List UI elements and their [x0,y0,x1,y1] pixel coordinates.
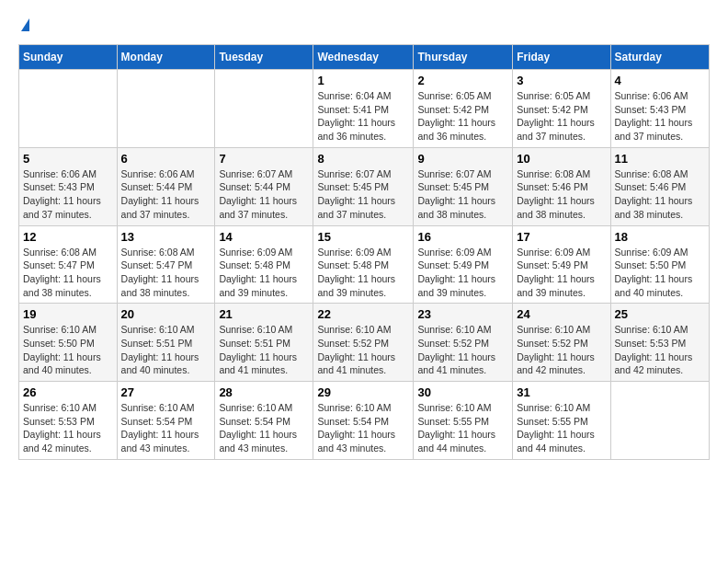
day-number: 27 [121,385,211,399]
calendar-cell: 2Sunrise: 6:05 AM Sunset: 5:42 PM Daylig… [414,70,513,148]
calendar-week-row: 5Sunrise: 6:06 AM Sunset: 5:43 PM Daylig… [19,147,710,225]
day-number: 5 [23,152,113,166]
day-number: 1 [317,74,409,87]
calendar-cell: 11Sunrise: 6:08 AM Sunset: 5:46 PM Dayli… [610,147,709,225]
calendar-cell [117,70,215,148]
day-info: Sunrise: 6:08 AM Sunset: 5:46 PM Dayligh… [517,167,606,222]
calendar-cell: 4Sunrise: 6:06 AM Sunset: 5:43 PM Daylig… [610,70,709,148]
day-info: Sunrise: 6:08 AM Sunset: 5:46 PM Dayligh… [615,167,705,222]
calendar-cell: 21Sunrise: 6:10 AM Sunset: 5:51 PM Dayli… [215,304,313,382]
calendar-cell: 9Sunrise: 6:07 AM Sunset: 5:45 PM Daylig… [414,147,513,225]
calendar-cell: 14Sunrise: 6:09 AM Sunset: 5:48 PM Dayli… [215,225,313,304]
day-info: Sunrise: 6:10 AM Sunset: 5:54 PM Dayligh… [219,401,309,455]
day-info: Sunrise: 6:07 AM Sunset: 5:45 PM Dayligh… [417,167,508,222]
day-number: 14 [219,230,309,244]
day-number: 16 [417,230,508,244]
day-info: Sunrise: 6:06 AM Sunset: 5:43 PM Dayligh… [23,167,113,222]
header-saturday: Saturday [610,45,709,70]
calendar-cell: 29Sunrise: 6:10 AM Sunset: 5:54 PM Dayli… [313,382,414,460]
calendar-cell: 17Sunrise: 6:09 AM Sunset: 5:49 PM Dayli… [513,225,610,304]
day-number: 22 [317,307,409,321]
logo [18,18,29,29]
calendar-cell: 26Sunrise: 6:10 AM Sunset: 5:53 PM Dayli… [19,382,118,460]
day-info: Sunrise: 6:08 AM Sunset: 5:47 PM Dayligh… [121,246,211,300]
calendar-cell: 22Sunrise: 6:10 AM Sunset: 5:52 PM Dayli… [313,304,414,382]
day-number: 29 [317,385,409,399]
day-number: 25 [615,307,705,321]
page-header [18,18,710,29]
calendar-cell: 13Sunrise: 6:08 AM Sunset: 5:47 PM Dayli… [117,225,215,304]
day-number: 23 [417,307,508,321]
day-number: 18 [615,230,705,244]
day-number: 4 [615,74,705,87]
day-info: Sunrise: 6:10 AM Sunset: 5:52 PM Dayligh… [317,323,409,377]
calendar-cell: 7Sunrise: 6:07 AM Sunset: 5:44 PM Daylig… [215,147,313,225]
day-number: 3 [517,74,606,87]
day-number: 6 [121,152,211,166]
header-monday: Monday [117,45,215,70]
day-info: Sunrise: 6:06 AM Sunset: 5:43 PM Dayligh… [615,89,705,144]
day-info: Sunrise: 6:06 AM Sunset: 5:44 PM Dayligh… [121,167,211,222]
calendar-cell: 12Sunrise: 6:08 AM Sunset: 5:47 PM Dayli… [19,225,118,304]
calendar-cell: 6Sunrise: 6:06 AM Sunset: 5:44 PM Daylig… [117,147,215,225]
calendar-cell: 15Sunrise: 6:09 AM Sunset: 5:48 PM Dayli… [313,225,414,304]
calendar-cell [215,70,313,148]
header-friday: Friday [513,45,610,70]
calendar-cell: 27Sunrise: 6:10 AM Sunset: 5:54 PM Dayli… [117,382,215,460]
day-info: Sunrise: 6:05 AM Sunset: 5:42 PM Dayligh… [517,89,606,144]
calendar-week-row: 12Sunrise: 6:08 AM Sunset: 5:47 PM Dayli… [19,225,710,304]
day-number: 24 [517,307,606,321]
day-info: Sunrise: 6:09 AM Sunset: 5:48 PM Dayligh… [317,246,409,300]
day-info: Sunrise: 6:05 AM Sunset: 5:42 PM Dayligh… [417,89,508,144]
day-number: 21 [219,307,309,321]
day-number: 28 [219,385,309,399]
day-number: 9 [417,152,508,166]
day-number: 31 [517,385,606,399]
calendar-cell: 24Sunrise: 6:10 AM Sunset: 5:52 PM Dayli… [513,304,610,382]
calendar-cell: 20Sunrise: 6:10 AM Sunset: 5:51 PM Dayli… [117,304,215,382]
day-number: 7 [219,152,309,166]
calendar-cell: 3Sunrise: 6:05 AM Sunset: 5:42 PM Daylig… [513,70,610,148]
calendar-cell: 10Sunrise: 6:08 AM Sunset: 5:46 PM Dayli… [513,147,610,225]
day-number: 8 [317,152,409,166]
day-info: Sunrise: 6:09 AM Sunset: 5:49 PM Dayligh… [417,246,508,300]
calendar-cell: 25Sunrise: 6:10 AM Sunset: 5:53 PM Dayli… [610,304,709,382]
calendar-cell: 5Sunrise: 6:06 AM Sunset: 5:43 PM Daylig… [19,147,118,225]
logo-triangle-icon [21,18,29,31]
day-info: Sunrise: 6:09 AM Sunset: 5:48 PM Dayligh… [219,246,309,300]
calendar-header-row: SundayMondayTuesdayWednesdayThursdayFrid… [19,45,710,70]
day-number: 19 [23,307,113,321]
day-info: Sunrise: 6:09 AM Sunset: 5:49 PM Dayligh… [517,246,606,300]
day-info: Sunrise: 6:09 AM Sunset: 5:50 PM Dayligh… [615,246,705,300]
calendar-cell: 1Sunrise: 6:04 AM Sunset: 5:41 PM Daylig… [313,70,414,148]
calendar-cell: 30Sunrise: 6:10 AM Sunset: 5:55 PM Dayli… [414,382,513,460]
calendar-week-row: 1Sunrise: 6:04 AM Sunset: 5:41 PM Daylig… [19,70,710,148]
header-tuesday: Tuesday [215,45,313,70]
day-info: Sunrise: 6:10 AM Sunset: 5:52 PM Dayligh… [417,323,508,377]
day-info: Sunrise: 6:10 AM Sunset: 5:51 PM Dayligh… [121,323,211,377]
day-info: Sunrise: 6:10 AM Sunset: 5:51 PM Dayligh… [219,323,309,377]
day-number: 11 [615,152,705,166]
day-number: 15 [317,230,409,244]
day-info: Sunrise: 6:10 AM Sunset: 5:55 PM Dayligh… [417,401,508,455]
calendar-cell: 19Sunrise: 6:10 AM Sunset: 5:50 PM Dayli… [19,304,118,382]
day-info: Sunrise: 6:10 AM Sunset: 5:54 PM Dayligh… [317,401,409,455]
day-info: Sunrise: 6:10 AM Sunset: 5:52 PM Dayligh… [517,323,606,377]
day-info: Sunrise: 6:10 AM Sunset: 5:53 PM Dayligh… [615,323,705,377]
day-number: 13 [121,230,211,244]
day-number: 30 [417,385,508,399]
header-sunday: Sunday [19,45,118,70]
calendar-week-row: 19Sunrise: 6:10 AM Sunset: 5:50 PM Dayli… [19,304,710,382]
calendar-cell: 16Sunrise: 6:09 AM Sunset: 5:49 PM Dayli… [414,225,513,304]
day-number: 2 [417,74,508,87]
day-info: Sunrise: 6:10 AM Sunset: 5:50 PM Dayligh… [23,323,113,377]
calendar-cell: 31Sunrise: 6:10 AM Sunset: 5:55 PM Dayli… [513,382,610,460]
header-wednesday: Wednesday [313,45,414,70]
calendar-cell: 8Sunrise: 6:07 AM Sunset: 5:45 PM Daylig… [313,147,414,225]
day-info: Sunrise: 6:10 AM Sunset: 5:55 PM Dayligh… [517,401,606,455]
day-number: 12 [23,230,113,244]
calendar-cell: 28Sunrise: 6:10 AM Sunset: 5:54 PM Dayli… [215,382,313,460]
day-info: Sunrise: 6:10 AM Sunset: 5:53 PM Dayligh… [23,401,113,455]
header-thursday: Thursday [414,45,513,70]
calendar-cell [610,382,709,460]
